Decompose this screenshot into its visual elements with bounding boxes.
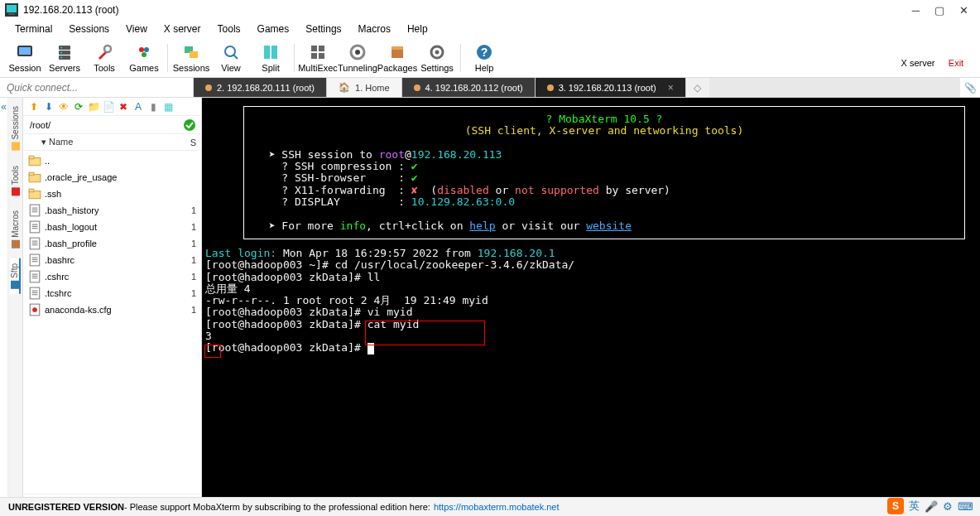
file-row[interactable]: .ssh <box>23 186 201 202</box>
file-name: .bash_logout <box>45 222 181 232</box>
newfile-icon[interactable]: 📄 <box>103 101 114 113</box>
menu-settings[interactable]: Settings <box>297 22 349 36</box>
font-icon[interactable]: A <box>132 101 144 113</box>
ime-lang[interactable]: 英 <box>909 499 920 514</box>
tb-help[interactable]: ?Help <box>464 43 504 73</box>
tb-session[interactable]: Session <box>5 43 45 73</box>
svg-rect-56 <box>32 259 38 260</box>
banner-subtitle: (SSH client, X-server and networking too… <box>256 125 953 137</box>
tb-tunneling[interactable]: Tunneling <box>338 43 377 73</box>
ime-voice-icon[interactable]: 🎤 <box>925 500 938 513</box>
tab-close-icon[interactable]: × <box>668 82 674 94</box>
sogou-icon[interactable]: S <box>887 498 904 514</box>
file-row[interactable]: .oracle_jre_usage <box>23 169 201 186</box>
file-icon <box>28 238 41 249</box>
file-row[interactable]: .bash_history1 <box>23 202 201 219</box>
tab-session-2[interactable]: 2. 192.168.20.111 (root) <box>194 78 327 97</box>
tb-exit[interactable]: Exit <box>937 48 975 68</box>
file-row[interactable]: .bash_profile1 <box>23 235 201 252</box>
tb-servers[interactable]: Servers <box>45 43 84 73</box>
refresh-icon[interactable]: ⟳ <box>73 101 84 113</box>
svg-point-14 <box>142 52 147 57</box>
svg-rect-26 <box>392 49 403 58</box>
view-icon[interactable]: 👁 <box>58 101 70 113</box>
file-row[interactable]: .bash_logout1 <box>23 219 201 235</box>
tab-session-4[interactable]: 4. 192.168.20.112 (root) <box>402 78 536 97</box>
col-name[interactable]: ▾ Name <box>41 137 181 147</box>
file-icon <box>28 155 41 166</box>
menu-terminal[interactable]: Terminal <box>7 22 60 36</box>
file-row[interactable]: .. <box>23 152 201 169</box>
session-tabs: 2. 192.168.20.111 (root) 🏠1. Home 4. 192… <box>194 78 960 97</box>
titlebar: 192.168.20.113 (root) ─ ▢ ✕ <box>0 0 980 20</box>
terminal-body: Last login: Mon Apr 18 16:29:57 2022 fro… <box>202 248 980 354</box>
vtab-macros[interactable]: Macros <box>11 205 20 253</box>
tb-view[interactable]: View <box>211 43 251 73</box>
menu-tools[interactable]: Tools <box>209 22 249 36</box>
svg-rect-44 <box>32 210 38 210</box>
file-name: .bashrc <box>45 255 181 265</box>
tb-xserver-toggle[interactable]: X server <box>899 48 937 68</box>
file-row[interactable]: .bashrc1 <box>23 252 201 268</box>
svg-rect-19 <box>271 46 277 59</box>
file-name: .. <box>45 156 181 166</box>
svg-rect-27 <box>392 46 403 50</box>
svg-rect-45 <box>32 211 38 212</box>
terminal[interactable]: ? MobaXterm 10.5 ? (SSH client, X-server… <box>202 98 980 515</box>
vtab-sftp[interactable]: Sftp <box>10 258 21 294</box>
footer-link[interactable]: https://mobaxterm.mobatek.net <box>434 502 560 512</box>
quick-connect-input[interactable] <box>0 78 194 97</box>
permissions-icon[interactable]: ▦ <box>162 101 174 113</box>
tb-multiexec[interactable]: MultiExec <box>298 43 338 73</box>
svg-rect-41 <box>29 189 34 191</box>
tb-split[interactable]: Split <box>251 43 291 73</box>
footer-text: - Please support MobaXterm by subscribin… <box>124 502 430 512</box>
ime-keyboard-icon[interactable]: ⌨ <box>958 500 973 513</box>
file-row[interactable]: .cshrc1 <box>23 268 201 285</box>
close-button[interactable]: ✕ <box>959 4 968 17</box>
file-size: 1 <box>181 239 196 248</box>
vertical-tabs: Sessions Tools Macros Sftp <box>8 98 23 515</box>
svg-rect-53 <box>32 244 38 245</box>
file-list[interactable]: ...oracle_jre_usage.ssh.bash_history1.ba… <box>23 151 201 494</box>
svg-point-29 <box>435 50 440 54</box>
file-icon <box>28 304 41 316</box>
menu-view[interactable]: View <box>118 22 156 36</box>
vtab-tools[interactable]: Tools <box>11 161 20 200</box>
file-row[interactable]: anaconda-ks.cfg1 <box>23 301 201 318</box>
new-tab-button[interactable]: ◇ <box>686 78 709 97</box>
menu-xserver[interactable]: X server <box>156 22 209 36</box>
ime-settings-icon[interactable]: ⚙ <box>943 500 953 513</box>
delete-icon[interactable]: ✖ <box>118 101 129 113</box>
file-row[interactable]: .tcshrc1 <box>23 285 201 301</box>
tb-games[interactable]: Games <box>124 43 164 73</box>
menu-macros[interactable]: Macros <box>350 22 399 36</box>
tb-sessions[interactable]: Sessions <box>171 43 211 73</box>
tab-home[interactable]: 🏠1. Home <box>327 78 402 97</box>
menu-games[interactable]: Games <box>249 22 298 36</box>
menu-help[interactable]: Help <box>399 22 436 36</box>
tab-session-3-active[interactable]: 3. 192.168.20.113 (root)× <box>536 78 686 97</box>
attach-icon[interactable]: 📎 <box>960 78 980 97</box>
term-icon <box>547 84 554 91</box>
vtab-sessions[interactable]: Sessions <box>11 101 20 156</box>
file-size: 1 <box>181 305 196 315</box>
minimize-button[interactable]: ─ <box>912 4 920 17</box>
tb-packages[interactable]: Packages <box>377 43 417 73</box>
newfolder-icon[interactable]: 📁 <box>88 101 99 113</box>
menu-sessions[interactable]: Sessions <box>60 22 118 36</box>
tb-settings[interactable]: Settings <box>417 43 457 73</box>
download-icon[interactable]: ⬇ <box>43 101 55 113</box>
file-icon <box>28 171 41 183</box>
upload-icon[interactable]: ⬆ <box>28 101 40 113</box>
svg-rect-59 <box>32 274 38 275</box>
svg-rect-43 <box>32 208 38 209</box>
unregistered-label: UNREGISTERED VERSION <box>8 502 124 512</box>
svg-rect-55 <box>32 258 38 258</box>
maximize-button[interactable]: ▢ <box>934 4 944 17</box>
path-input[interactable] <box>23 120 183 130</box>
properties-icon[interactable]: ▮ <box>147 101 159 113</box>
tb-tools[interactable]: Tools <box>84 43 124 73</box>
collapse-sidebar[interactable]: « <box>0 98 8 515</box>
col-size[interactable]: S <box>181 137 196 147</box>
